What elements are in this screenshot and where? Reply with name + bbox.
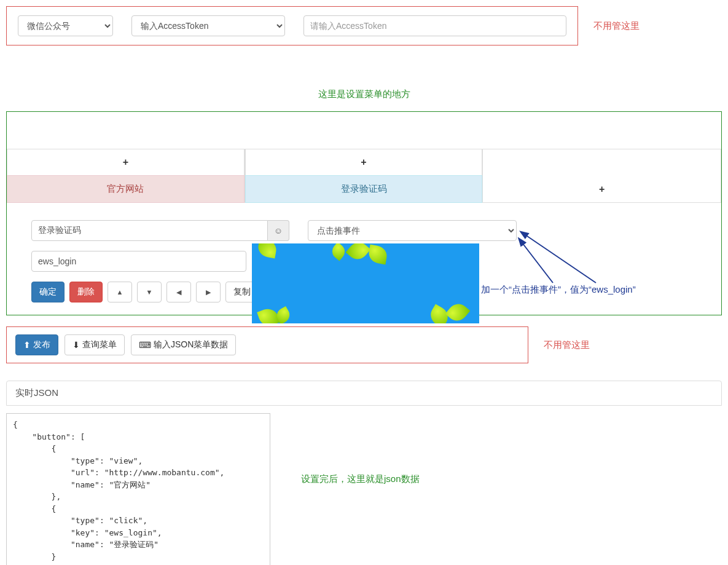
edit-row: ☺ 点击推事件 — [7, 203, 721, 246]
menu-tab-1[interactable]: 官方网站 — [7, 175, 245, 203]
emoji-button[interactable]: ☺ — [268, 220, 289, 241]
ok-button[interactable]: 确定 — [31, 282, 65, 302]
add-submenu-button-2[interactable]: + — [245, 149, 483, 175]
token-mode-select[interactable]: 输入AccessToken — [131, 15, 285, 36]
input-json-button[interactable]: ⌨输入JSON菜单数据 — [131, 334, 236, 355]
menu-tab-2[interactable]: 登录验证码 — [245, 175, 483, 203]
account-type-select[interactable]: 微信公众号 — [18, 15, 113, 36]
chevron-right-icon: ▶ — [206, 288, 211, 296]
top-inputs-box: 微信公众号 输入AccessToken — [6, 6, 578, 45]
input-json-label: 输入JSON菜单数据 — [154, 339, 228, 350]
move-down-button[interactable]: ▼ — [137, 282, 162, 302]
top-note: 不用管这里 — [593, 20, 640, 32]
plus-icon: + — [123, 157, 128, 167]
access-token-input[interactable] — [303, 15, 566, 36]
smile-icon: ☺ — [274, 226, 283, 235]
top-row: 微信公众号 输入AccessToken 不用管这里 — [6, 6, 722, 45]
json-row: { "button": [ { "type": "view", "url": "… — [6, 406, 722, 565]
add-menu-button[interactable]: + — [483, 149, 721, 203]
action-row: ⬆发布 ⬇查询菜单 ⌨输入JSON菜单数据 不用管这里 — [6, 326, 722, 363]
move-up-button[interactable]: ▲ — [108, 282, 132, 302]
keyboard-icon: ⌨ — [139, 340, 151, 350]
chevron-up-icon: ▲ — [117, 288, 123, 296]
menu-section-note: 这里是设置菜单的地方 — [0, 89, 728, 100]
chevron-down-icon: ▼ — [146, 288, 153, 296]
plus-icon: + — [361, 157, 366, 167]
menu-col-2: + 登录验证码 — [245, 149, 483, 203]
chevron-left-icon: ◀ — [176, 288, 181, 296]
plus-icon: + — [599, 184, 605, 195]
event-type-select[interactable]: 点击推事件 — [308, 220, 517, 241]
query-menu-button[interactable]: ⬇查询菜单 — [65, 334, 125, 355]
move-left-button[interactable]: ◀ — [166, 282, 191, 302]
menu-name-input[interactable] — [31, 220, 268, 241]
json-note: 设置完后，这里就是json数据 — [301, 473, 420, 485]
menu-name-group: ☺ — [31, 220, 289, 241]
publish-label: 发布 — [33, 339, 50, 350]
query-label: 查询菜单 — [82, 339, 117, 350]
overlay-decoration — [252, 243, 479, 323]
publish-button[interactable]: ⬆发布 — [15, 334, 58, 355]
json-output: { "button": [ { "type": "view", "url": "… — [6, 413, 270, 565]
event-key-input[interactable] — [31, 251, 246, 272]
menu-col-1: + 官方网站 — [7, 149, 245, 203]
action-box: ⬆发布 ⬇查询菜单 ⌨输入JSON菜单数据 — [6, 326, 528, 363]
download-icon: ⬇ — [72, 340, 80, 350]
add-submenu-button-1[interactable]: + — [7, 149, 245, 175]
menu-tabs: + 官方网站 + 登录验证码 + — [7, 149, 721, 203]
upload-icon: ⬆ — [23, 340, 31, 350]
delete-button[interactable]: 删除 — [69, 282, 103, 302]
annotation-text: 加一个“点击推事件”，值为“ews_login” — [481, 284, 636, 296]
json-panel-header: 实时JSON — [6, 381, 722, 406]
action-note: 不用管这里 — [544, 339, 590, 351]
move-right-button[interactable]: ▶ — [196, 282, 221, 302]
